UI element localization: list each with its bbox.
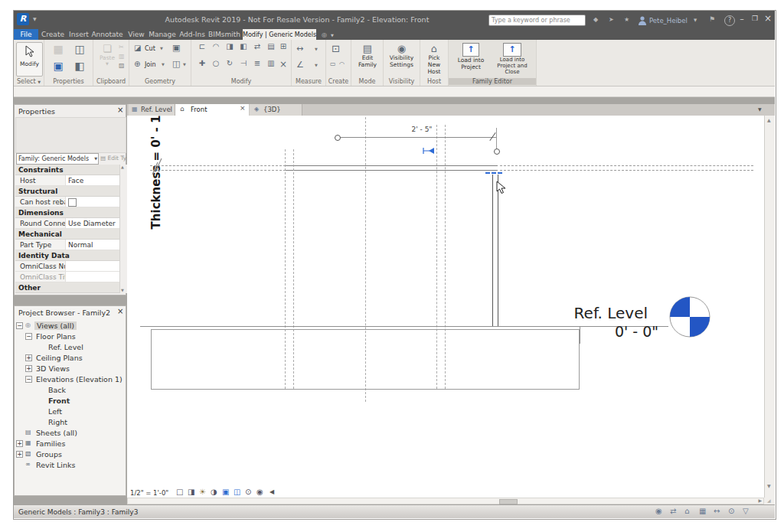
cut-geometry-icon[interactable]: ◪ <box>134 44 141 52</box>
tree-item-ref-level[interactable]: Ref. Level <box>15 342 127 352</box>
paste-button[interactable]: ❏ Paste ▼ <box>98 43 116 66</box>
property-row[interactable]: Part TypeNormal <box>15 240 119 250</box>
type-properties-icon[interactable]: ◧ <box>70 60 89 71</box>
plate-bottom-edge-hidden-right[interactable] <box>500 170 753 171</box>
thickness-dimension-label[interactable]: Thickness = 0' - 1 <box>149 116 165 253</box>
property-row[interactable]: OmniClass Title <box>15 272 119 282</box>
worksets-icon[interactable]: ◉ <box>655 508 662 515</box>
collapse-icon[interactable]: − <box>25 333 32 340</box>
select-underlay-icon[interactable]: ▦ <box>699 508 706 515</box>
tree-item-families[interactable]: + ▦ Families <box>15 439 127 449</box>
wall-sweep-icon[interactable]: ▣ <box>172 44 180 52</box>
dimension-text-grip-icon[interactable] <box>423 148 435 155</box>
property-row[interactable]: Round Connect...Use Diameter <box>15 218 119 229</box>
scroll-up-icon[interactable]: ▲ <box>767 118 771 122</box>
tab-insert[interactable]: Insert <box>67 29 90 40</box>
measure-tape-icon[interactable]: ↔ <box>296 44 303 53</box>
close-button[interactable]: × <box>763 14 773 23</box>
cut-geometry-label[interactable]: Cut <box>145 45 155 52</box>
favorites-star-icon[interactable]: ★ <box>624 17 629 23</box>
tree-item-sheets[interactable]: ▤ Sheets (all) <box>15 428 127 438</box>
family-types-icon[interactable]: ▣ <box>49 60 67 71</box>
pick-new-host-button[interactable]: ⌂ PickNew Host <box>422 43 446 75</box>
visibility-settings-button[interactable]: ◉ VisibilitySettings <box>386 43 417 68</box>
load-into-project-button[interactable]: ↑ Load intoProject <box>453 43 488 70</box>
dimension-caret-icon[interactable]: ▼ <box>315 64 318 67</box>
property-group-header[interactable]: Mechanical <box>15 229 119 240</box>
tab-add-ins[interactable]: Add-Ins <box>178 29 207 40</box>
cut-clipboard-icon[interactable]: ✂ <box>119 44 124 51</box>
tree-item-right[interactable]: Right <box>15 417 127 427</box>
view-scale-button[interactable]: 1/2" = 1'-0" <box>130 489 168 497</box>
properties-scroll-down-icon[interactable]: ▼ <box>121 289 124 292</box>
expand-icon[interactable]: + <box>16 440 23 447</box>
detail-level-icon[interactable]: □ <box>176 488 183 496</box>
delete-icon[interactable]: × <box>277 60 289 69</box>
tab-view[interactable]: View <box>126 29 147 40</box>
property-group-header[interactable]: Structural <box>15 186 119 197</box>
level-name-label[interactable]: Ref. Level <box>495 304 648 322</box>
properties-scroll-up-icon[interactable]: ▲ <box>121 165 124 169</box>
detail-group-icon[interactable]: ▭ <box>330 61 336 67</box>
project-browser-close-icon[interactable]: × <box>117 308 123 315</box>
pennant-icon[interactable]: ⚑ <box>709 16 715 23</box>
plate-top-edge-hidden[interactable] <box>150 165 286 166</box>
tree-item-front[interactable]: Front <box>15 396 127 406</box>
dimension-line[interactable] <box>339 137 497 138</box>
show-crop-region-icon[interactable]: ◫ <box>234 488 240 496</box>
align-icon[interactable]: ⊏ <box>196 43 208 51</box>
drawing-canvas[interactable]: Thickness = 0' - 1 2' - 5" Ref. Level <box>127 116 764 487</box>
select-links-icon[interactable]: ⌂ <box>684 508 689 515</box>
modify-button[interactable]: Modify <box>16 42 43 77</box>
help-icon[interactable]: ? <box>724 15 735 26</box>
tree-item-floor-plans[interactable]: − Floor Plans <box>15 331 127 341</box>
cope-caret-icon[interactable]: ▼ <box>183 63 186 67</box>
copy-icon[interactable]: ○ <box>210 60 222 67</box>
dimension-grip-right[interactable] <box>494 149 500 155</box>
qat-caret-icon[interactable]: ▼ <box>33 17 37 21</box>
tab-manage[interactable]: Manage <box>148 29 177 40</box>
unpin-icon[interactable]: ▥ <box>265 60 277 67</box>
property-group-header[interactable]: Identity Data <box>15 250 119 261</box>
break-symbol-icon[interactable] <box>150 158 164 176</box>
rotate-icon[interactable]: ↻ <box>224 60 236 67</box>
view-tab-3d[interactable]: ◈ {3D} <box>250 104 302 116</box>
vcb-collapse-icon[interactable]: ◀ <box>270 489 274 495</box>
drag-on-selection-icon[interactable]: ⊙ <box>728 508 734 515</box>
family-selector[interactable]: Family: Generic Models ▼ <box>16 153 99 165</box>
join-caret-icon[interactable]: ▼ <box>162 63 165 67</box>
expand-icon[interactable]: + <box>25 354 32 361</box>
mirror-draw-icon[interactable]: ◧ <box>237 43 250 51</box>
array-icon[interactable]: ▤ <box>265 43 277 51</box>
dimension-grip-left[interactable] <box>335 135 341 141</box>
match-type-icon[interactable]: ▨ <box>119 63 125 69</box>
tree-item-back[interactable]: Back <box>15 385 127 395</box>
level-head-icon[interactable] <box>669 296 710 338</box>
selection-filter-icon[interactable]: ▽ <box>743 508 749 515</box>
signed-in-user[interactable]: Pete_Heibel <box>649 17 688 24</box>
tree-item-groups[interactable]: + ▧ Groups <box>15 449 127 459</box>
split-icon[interactable]: ⇄ <box>251 43 263 51</box>
component-icon[interactable]: ⊡ <box>332 44 340 54</box>
property-row[interactable]: OmniClass Nu... <box>15 261 119 272</box>
ribbon-display-toggle-icon[interactable]: ◎ <box>322 32 327 38</box>
property-group-header[interactable]: Dimensions <box>15 207 119 218</box>
move-icon[interactable]: ✚ <box>196 60 208 67</box>
join-geometry-label[interactable]: Join <box>145 61 156 68</box>
plate-top-edge-hidden-right[interactable] <box>500 165 753 166</box>
tree-item-ceiling-plans[interactable]: + Ceiling Plans <box>15 353 127 363</box>
scroll-down-icon[interactable]: ▼ <box>767 484 771 488</box>
tree-item-elevations[interactable]: − Elevations (Elevation 1) <box>15 374 127 384</box>
properties-palette-icon[interactable]: ▦ <box>49 44 67 54</box>
plate-bottom-edge-hidden[interactable] <box>150 170 286 171</box>
search-commands-icon[interactable]: ◆ <box>593 17 598 23</box>
expand-icon[interactable]: + <box>25 365 32 372</box>
scale-icon[interactable]: ⊞ <box>277 43 289 51</box>
plate-bottom-edge[interactable] <box>286 170 498 171</box>
tab-modify-generic-models[interactable]: Modify | Generic Models <box>243 29 316 40</box>
select-pinned-icon[interactable]: ↔ <box>714 508 720 515</box>
horizontal-scrollbar[interactable]: ▶ <box>127 498 764 504</box>
view-tab-list-icon[interactable]: ▼ <box>758 107 762 112</box>
model-group-icon[interactable]: ◠ <box>339 61 345 67</box>
mirror-axis-icon[interactable]: ◨ <box>224 43 236 51</box>
